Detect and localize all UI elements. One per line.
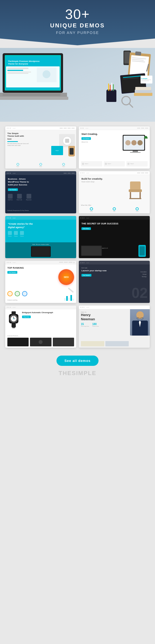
demo5-icon-item: Feature <box>20 231 24 237</box>
svg-point-54 <box>13 318 14 319</box>
demo-card-6[interactable]: simple THE SECRET OF OUR SUCCESS View Mo… <box>79 216 150 258</box>
nav-dot <box>8 307 9 308</box>
project-thumb-2 <box>105 341 129 346</box>
svg-rect-55 <box>12 323 16 327</box>
demo6-btn[interactable]: View More <box>81 227 91 230</box>
demo7-barchart <box>64 294 74 301</box>
demo3-icon-item: Clean Code <box>17 194 22 200</box>
demo3-icons: Build Fast Clean Code Responsive <box>8 194 74 200</box>
demo3-icon-box <box>17 194 22 199</box>
demo10-body: Hello, I'm Henry Newman 15 Years Experie… <box>79 309 150 348</box>
demo3-icon-label: Build Fast <box>8 199 13 200</box>
demo-card-2[interactable]: simple Start Creating. Get Started About… <box>79 126 150 169</box>
demo2-plant <box>144 133 148 139</box>
demo8-big-number: 02 <box>132 286 148 300</box>
demo5-title: "Create stories for the digital agency" <box>8 222 39 229</box>
demo4-bottom: What We Offer Design Build <box>81 204 148 212</box>
nav-dot <box>8 262 9 263</box>
nav-dot <box>80 173 81 173</box>
demo8-small: Don't wait. <box>81 267 147 269</box>
demo-card-9[interactable]: simple <box>5 306 76 348</box>
demo9-thumb-3 <box>53 338 74 346</box>
demo4-nav: simple <box>79 171 150 175</box>
nav-dot <box>7 262 8 263</box>
demo3-icon-item: Responsive <box>26 194 32 200</box>
nav-dot <box>7 128 8 129</box>
svg-rect-36 <box>134 93 152 96</box>
demo5-icons: Feature Feature Feature <box>8 231 74 237</box>
demo7-bottom: Analyze anything <box>7 299 17 301</box>
demo3-icon-box <box>27 194 31 199</box>
demo7-body: TOP RANKING Get Started SEO <box>5 264 76 303</box>
svg-rect-47 <box>129 198 141 199</box>
watermark: THESIMPLE <box>0 368 155 378</box>
demo10-nav: simple <box>79 306 150 309</box>
see-all-demos-button[interactable]: See all demos <box>56 356 99 366</box>
demo3-icon-item: Build Fast <box>8 194 13 200</box>
nav-dot-dark <box>80 218 81 218</box>
demo7-btn[interactable]: Get Started <box>7 271 17 274</box>
svg-rect-28 <box>106 90 116 102</box>
demo10-person-photo <box>130 309 150 336</box>
demo8-title: Launch your startup now <box>81 269 147 272</box>
svg-rect-14 <box>3 93 60 96</box>
desk-items: e·simple <box>105 51 154 117</box>
nav-dot-dark <box>84 218 84 218</box>
header-count: 30+ <box>5 7 150 21</box>
demo2-btn[interactable]: Get Started <box>81 137 91 140</box>
svg-rect-30 <box>108 83 109 91</box>
demo1-icons-row: Feature Feature Feature <box>7 163 74 167</box>
demo3-icon-label: Clean Code <box>17 199 22 200</box>
nav-dot <box>82 307 83 308</box>
nav-dot-dark <box>82 218 83 218</box>
demo-card-8[interactable]: simple Don't wait. Launch your startup n… <box>79 261 150 303</box>
svg-point-11 <box>43 70 50 78</box>
header-title-bold: UNIQUE DEMOS <box>5 22 150 29</box>
demo6-laptop <box>81 245 102 256</box>
demo10-stat-1: 15 Years Experience <box>81 323 89 327</box>
demos-row-2: simple Business - Driven WordPress Theme… <box>5 171 150 213</box>
demo6-body: THE SECRET OF OUR SUCCESS View More The … <box>79 220 150 258</box>
svg-rect-18 <box>135 51 141 56</box>
demos-row-3: simple "Create stories for the digital a… <box>5 216 150 258</box>
nav-dot <box>80 128 81 129</box>
seo-area: SEO <box>52 269 74 293</box>
demo-card-1[interactable]: simple The Simple Theme built with love … <box>5 126 76 169</box>
nav-dot-light <box>8 173 9 174</box>
demo6-nav: simple <box>79 216 150 220</box>
demo-card-3[interactable]: simple Business - Driven WordPress Theme… <box>5 171 76 213</box>
nav-dot <box>83 128 84 129</box>
nav-dot-dark <box>84 262 84 263</box>
demo9-thumbnails <box>7 338 74 346</box>
demo-card-7[interactable]: simple TOP RANKING Get Started <box>5 261 76 303</box>
demo-card-10[interactable]: simple Hello, I'm Henry Newman 15 Years … <box>79 306 150 348</box>
demo10-stat1-num: 15 <box>81 323 89 326</box>
nav-dot <box>84 307 84 308</box>
demo6-phone-mockup <box>138 245 146 257</box>
demo-card-4[interactable]: simple Build for creativity. Simple mode… <box>79 171 150 213</box>
nav-dot-dark <box>82 262 83 263</box>
demo-card-5[interactable]: simple "Create stories for the digital a… <box>5 216 76 258</box>
svg-rect-33 <box>113 84 114 91</box>
demo6-content: THE SECRET OF OUR SUCCESS View More <box>79 220 150 233</box>
demo5-icon-item: Feature <box>14 231 18 237</box>
demo3-bottom: Perfectly Responsive On Any Device <box>7 210 29 211</box>
demo3-icon-box <box>8 194 13 199</box>
demo3-btn[interactable]: Get Started <box>8 188 18 191</box>
project-thumb-1 <box>81 341 104 346</box>
person-glasses <box>137 317 143 319</box>
demo8-btn[interactable]: Get Started <box>81 274 91 277</box>
demo1-title: The Simple Theme built with love <box>7 132 26 140</box>
demo9-thumb-2 <box>30 338 51 346</box>
demo3-nav: simple <box>5 171 76 175</box>
demo9-btn[interactable]: Shop Now <box>22 316 31 318</box>
demo9-text: Bridgeport Automatic Chronograph Shop No… <box>22 311 74 328</box>
demo7-circle-1 <box>7 291 13 296</box>
demo8-content: Don't wait. Launch your startup now Get … <box>79 264 150 279</box>
demo8-stats: Innovation Design Strategy <box>141 271 147 277</box>
svg-rect-44 <box>129 189 142 192</box>
demo10-stat2-num: 180 <box>92 323 99 326</box>
demo5-icon-item: Feature <box>8 231 12 237</box>
laptop-mockup: TheSimple Premium Wordpress Theme for Ev… <box>0 52 74 108</box>
nav-dot <box>7 307 8 308</box>
